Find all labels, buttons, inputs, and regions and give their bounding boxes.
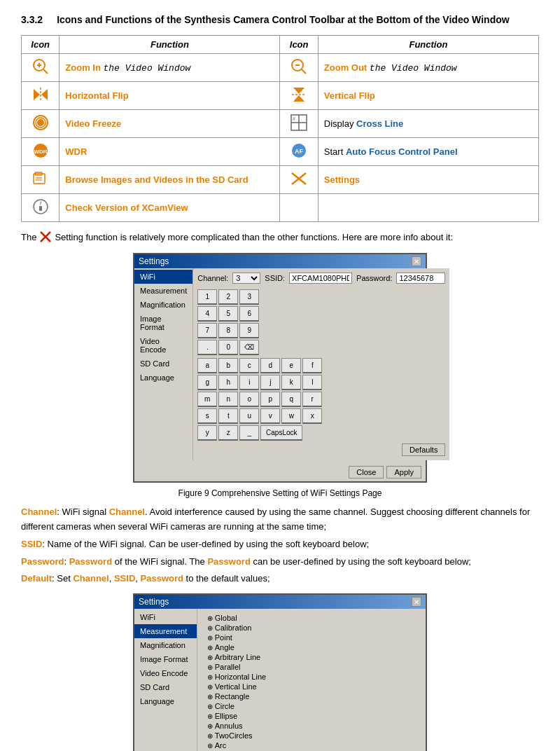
svg-line-6 (302, 69, 306, 74)
func-vflip: Vertical Flip (318, 82, 538, 110)
dialog1-close-btn[interactable]: ✕ (412, 256, 421, 266)
sidebar-item-videoencode[interactable]: Video Encode (134, 334, 192, 357)
label-password: Password (21, 556, 64, 567)
password-input[interactable] (396, 273, 445, 284)
sidebar-item-measurement[interactable]: Measurement (134, 284, 192, 298)
dialog2-sidebar: WiFi Measurement Magnification Image For… (134, 609, 197, 751)
key-f[interactable]: f (302, 358, 322, 373)
key-4[interactable]: 4 (197, 306, 217, 322)
dialog1-bottom: Close Apply (134, 463, 426, 481)
password-label: Password: (356, 274, 392, 282)
key-0[interactable]: 0 (218, 340, 238, 355)
label-ssid: SSID (21, 539, 42, 549)
key-i[interactable]: i (239, 375, 259, 390)
key-9[interactable]: 9 (239, 323, 259, 338)
key-1[interactable]: 1 (197, 289, 217, 305)
dialog2-close-btn[interactable]: ✕ (412, 597, 421, 607)
tree-item-arbitraryline[interactable]: Arbitrary Line (204, 652, 419, 662)
key-m[interactable]: m (197, 392, 217, 407)
key-j[interactable]: j (260, 375, 280, 390)
tree-item-global[interactable]: Global (204, 613, 419, 623)
icon-cell-zoom-out (280, 54, 318, 82)
dialog1-apply-button[interactable]: Apply (386, 466, 421, 478)
sidebar2-item-imageformat[interactable]: Image Format (134, 652, 197, 666)
key-u[interactable]: u (239, 408, 259, 424)
tree-item-circle[interactable]: Circle (204, 701, 419, 711)
key-6[interactable]: 6 (239, 306, 259, 322)
sidebar-item-magnification[interactable]: Magnification (134, 298, 192, 312)
sidebar-item-language[interactable]: Language (134, 371, 192, 385)
tree-item-arc[interactable]: Arc (204, 740, 419, 750)
key-v[interactable]: v (260, 408, 280, 424)
dialog1-content: WiFi Measurement Magnification Image For… (134, 268, 426, 460)
tree-item-horizontalline[interactable]: Horizontal Line (204, 672, 419, 682)
key-q[interactable]: q (281, 392, 301, 407)
sidebar2-item-measurement[interactable]: Measurement (134, 624, 197, 638)
icon-cell-settings (280, 166, 318, 194)
key-o[interactable]: o (239, 392, 259, 407)
sidebar-item-wifi[interactable]: WiFi (134, 270, 192, 284)
key-n[interactable]: n (218, 392, 238, 407)
tree-item-calibration[interactable]: Calibration (204, 623, 419, 633)
key-x[interactable]: x (302, 408, 322, 424)
key-backspace[interactable]: ⌫ (239, 340, 259, 355)
dialog2-titlebar[interactable]: Settings ✕ (134, 595, 426, 609)
sidebar2-item-language[interactable]: Language (134, 694, 197, 708)
key-c[interactable]: c (239, 358, 259, 373)
key-p[interactable]: p (260, 392, 280, 407)
key-d[interactable]: d (260, 358, 280, 373)
inline-password1: Password (69, 556, 112, 567)
section-heading: 3.3.2 Icons and Functions of the Synthes… (21, 14, 539, 25)
key-h[interactable]: h (218, 375, 238, 390)
icon-cell-empty (280, 194, 318, 222)
key-capslock[interactable]: CapsLock (260, 425, 302, 441)
tree-item-rectangle[interactable]: Rectangle (204, 691, 419, 701)
key-a[interactable]: a (197, 358, 217, 373)
toolbar-table: Icon Function Icon Function Zoom In the (21, 35, 539, 222)
tree-item-ellipse[interactable]: Ellipse (204, 711, 419, 721)
key-e[interactable]: e (281, 358, 301, 373)
key-t[interactable]: t (218, 408, 238, 424)
col-header-func1: Function (59, 36, 280, 54)
tree-item-twocircles[interactable]: TwoCircles (204, 731, 419, 740)
key-y[interactable]: y (197, 425, 217, 441)
key-g[interactable]: g (197, 375, 217, 390)
tree-item-annulus[interactable]: Annulus (204, 721, 419, 731)
svg-marker-10 (293, 88, 304, 94)
tree-item-point[interactable]: Point (204, 633, 419, 642)
key-w[interactable]: w (281, 408, 301, 424)
key-b[interactable]: b (218, 358, 238, 373)
sidebar2-item-wifi[interactable]: WiFi (134, 610, 197, 624)
dialog1-titlebar[interactable]: Settings ✕ (134, 254, 426, 268)
sidebar2-item-sdcard[interactable]: SD Card (134, 680, 197, 694)
key-2[interactable]: 2 (218, 289, 238, 305)
key-underscore[interactable]: _ (239, 425, 259, 441)
key-5[interactable]: 5 (218, 306, 238, 322)
inline-channel: Channel (109, 507, 145, 517)
key-3[interactable]: 3 (239, 289, 259, 305)
channel-select[interactable]: 3 (232, 273, 260, 284)
key-s[interactable]: s (197, 408, 217, 424)
key-8[interactable]: 8 (218, 323, 238, 338)
tree-item-parallel[interactable]: Parallel (204, 662, 419, 672)
key-l[interactable]: l (302, 375, 322, 390)
key-dot[interactable]: . (197, 340, 217, 355)
ssid-input[interactable] (289, 273, 352, 284)
key-k[interactable]: k (281, 375, 301, 390)
tree-item-verticalline[interactable]: Vertical Line (204, 682, 419, 691)
sidebar2-item-magnification[interactable]: Magnification (134, 638, 197, 652)
label-channel: Channel (21, 507, 57, 517)
sidebar-item-imageformat[interactable]: Image Format (134, 312, 192, 334)
dialog1-close-button[interactable]: Close (349, 466, 384, 478)
sidebar-item-sdcard[interactable]: SD Card (134, 357, 192, 371)
key-r[interactable]: r (302, 392, 322, 407)
tree-item-angle[interactable]: Angle (204, 642, 419, 652)
key-z[interactable]: z (218, 425, 238, 441)
dialog2-main: Global Calibration Point Angle Arbitrary… (197, 609, 426, 751)
key-7[interactable]: 7 (197, 323, 217, 338)
func-zoom-in: Zoom In the Video Window (59, 54, 280, 82)
sidebar2-item-videoencode[interactable]: Video Encode (134, 666, 197, 680)
defaults-button[interactable]: Defaults (402, 443, 445, 456)
inline-channel2: Channel (73, 573, 108, 584)
func-empty (318, 194, 538, 222)
